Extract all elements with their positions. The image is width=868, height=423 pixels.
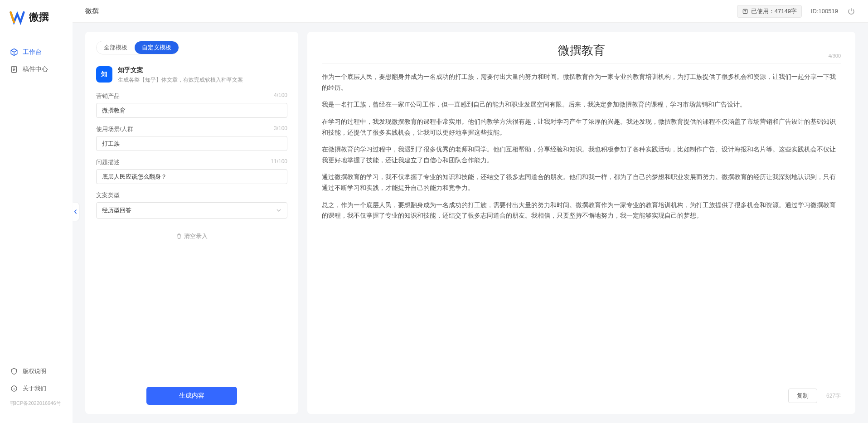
- logo: 微撰: [0, 9, 73, 39]
- output-paragraph: 在微撰教育的学习过程中，我遇到了很多优秀的老师和同学。他们互相帮助，分享经验和知…: [322, 144, 841, 165]
- info-icon: [10, 384, 18, 393]
- config-panel: 全部模板 自定义模板 知 知乎文案 生成各类【知乎】体文章，有效完成软植入种草文…: [85, 32, 298, 414]
- output-paragraph: 作为一个底层人民，要想翻身并成为一名成功的打工族，需要付出大量的努力和时间。微撰…: [322, 72, 841, 93]
- icp-text: 鄂ICP备2022016946号: [0, 397, 73, 409]
- template-tabs: 全部模板 自定义模板: [96, 41, 179, 54]
- nav-item-about[interactable]: 关于我们: [0, 380, 73, 397]
- nav-label: 稿件中心: [23, 65, 48, 73]
- field-label-text: 文案类型: [96, 191, 120, 199]
- field-label-text: 营销产品: [96, 92, 120, 100]
- nav-label: 工作台: [23, 48, 42, 56]
- document-icon: [10, 65, 18, 73]
- scene-input[interactable]: [96, 136, 287, 151]
- copy-button[interactable]: 复制: [788, 389, 817, 403]
- power-icon[interactable]: [847, 7, 855, 15]
- template-desc: 生成各类【知乎】体文章，有效完成软植入种草文案: [118, 76, 243, 84]
- product-input[interactable]: [96, 103, 287, 118]
- shield-icon: [10, 367, 18, 375]
- sidebar: 微撰 工作台 稿件中心 版权说明: [0, 0, 73, 423]
- problem-input[interactable]: [96, 169, 287, 184]
- template-card: 知 知乎文案 生成各类【知乎】体文章，有效完成软植入种草文案: [96, 63, 287, 92]
- field-problem: 问题描述 11/100: [96, 158, 287, 184]
- template-icon: 知: [96, 66, 112, 83]
- field-type: 文案类型 经历型回答: [96, 191, 287, 219]
- tab-all-templates[interactable]: 全部模板: [97, 41, 135, 54]
- clear-input-link[interactable]: 清空录入: [96, 232, 287, 240]
- field-counter: 11/100: [271, 158, 287, 166]
- usage-badge: 已使用： 47149字: [737, 5, 802, 18]
- sidebar-collapse-handle[interactable]: [73, 203, 79, 221]
- output-paragraph: 总之，作为一个底层人民，要想翻身成为一名成功的打工族，需要付出大量的努力和时间。…: [322, 200, 841, 221]
- topbar: 微撰 已使用： 47149字 ID:100519: [73, 0, 868, 23]
- trash-icon: [176, 233, 182, 239]
- output-paragraph: 在学习的过程中，我发现微撰教育的课程非常实用。他们的教学方法很有趣，让我对学习产…: [322, 117, 841, 138]
- nav-item-drafts[interactable]: 稿件中心: [0, 61, 73, 78]
- logo-text: 微撰: [29, 10, 49, 24]
- output-title: 微撰教育: [322, 43, 841, 58]
- page-title: 微撰: [85, 7, 737, 15]
- tab-custom-templates[interactable]: 自定义模板: [135, 41, 179, 54]
- select-value: 经历型回答: [102, 206, 131, 214]
- user-id: ID:100519: [811, 8, 838, 15]
- char-count: 627字: [826, 392, 841, 400]
- field-scene: 使用场景/人群 3/100: [96, 125, 287, 151]
- usage-value: 47149字: [775, 7, 797, 15]
- output-paragraph: 通过微撰教育的学习，我不仅掌握了专业的知识和技能，还结交了很多志同道合的朋友。他…: [322, 172, 841, 193]
- output-panel: 微撰教育 4/300 作为一个底层人民，要想翻身并成为一名成功的打工族，需要付出…: [307, 32, 855, 414]
- field-product: 营销产品 4/100: [96, 92, 287, 118]
- type-select[interactable]: 经历型回答: [96, 202, 287, 219]
- chevron-down-icon: [276, 208, 281, 213]
- sidebar-footer: 版权说明 关于我们 鄂ICP备2022016946号: [0, 363, 73, 414]
- nav-label: 版权说明: [23, 367, 46, 375]
- logo-icon: [9, 9, 25, 25]
- usage-label: 已使用：: [751, 7, 775, 15]
- text-icon: [742, 8, 748, 15]
- field-counter: 3/100: [274, 125, 287, 133]
- nav-label: 关于我们: [23, 384, 46, 393]
- field-label-text: 问题描述: [96, 158, 120, 166]
- generate-button[interactable]: 生成内容: [146, 387, 237, 405]
- output-paragraph: 我是一名打工族，曾经在一家IT公司工作，但一直感到自己的能力和职业发展空间有限。…: [322, 99, 841, 110]
- nav: 工作台 稿件中心: [0, 39, 73, 363]
- template-title: 知乎文案: [118, 66, 243, 74]
- cube-icon: [10, 48, 18, 56]
- clear-label: 清空录入: [184, 232, 208, 240]
- nav-item-copyright[interactable]: 版权说明: [0, 363, 73, 380]
- title-counter: 4/300: [828, 53, 841, 58]
- field-counter: 4/100: [274, 92, 287, 100]
- chevron-left-icon: [74, 209, 78, 214]
- output-body: 作为一个底层人民，要想翻身并成为一名成功的打工族，需要付出大量的努力和时间。微撰…: [322, 72, 841, 384]
- field-label-text: 使用场景/人群: [96, 125, 133, 133]
- nav-item-workspace[interactable]: 工作台: [0, 44, 73, 61]
